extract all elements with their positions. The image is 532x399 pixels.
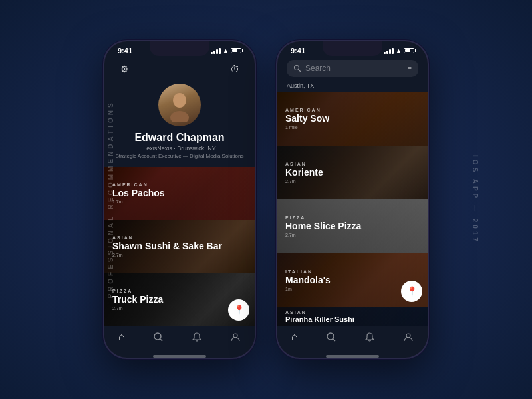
side-text-left: PROFESSIONAL RECOMMENDATIONS [107,100,114,298]
search-icon-2 [293,65,301,72]
card2-3-cuisine: ITALIAN [285,269,420,274]
phone-2-restaurant-list: AMERICAN Salty Sow 1 mile ASIAN Koriente… [277,92,428,326]
card2-2-cuisine: PIZZA [285,215,420,220]
restaurant-card-0[interactable]: AMERICAN Los Pachos 1.7m [104,167,255,220]
location-fab-2[interactable]: 📍 [401,281,422,302]
card2-3-distance: 1m [285,287,420,291]
signal-icon [211,48,221,54]
nav-home-2[interactable]: ⌂ [291,331,298,343]
profile-section: Edward Chapman LexisNexis · Brunswick, N… [104,84,255,167]
svg-point-9 [406,334,410,338]
svg-point-2 [154,333,161,340]
phone-2-time: 9:41 [291,47,305,55]
svg-point-1 [170,111,189,122]
side-text-right: IOS APP — 2017 [472,155,479,244]
nav-profile-2[interactable] [403,332,414,342]
phone-2-bottom-nav: ⌂ [277,326,428,351]
phone-2-header: Search ≡ [277,57,428,81]
phone-2: 9:41 ▲ [276,40,429,359]
phone-1-header: ⚙ ⏱ [104,57,255,84]
history-button[interactable]: ⏱ [225,60,244,78]
nav-home-1[interactable]: ⌂ [118,331,125,343]
phone-1-restaurant-list: AMERICAN Los Pachos 1.7m ASIAN Shawn Sus… [104,167,255,326]
restaurant-card2-3[interactable]: ITALIAN Mandola's 1m 📍 [277,253,428,307]
nav-profile-1[interactable] [230,332,241,342]
phones-container: 9:41 ▲ ⚙ [103,40,429,359]
settings-button[interactable]: ⚙ [115,60,134,78]
phone-1-status-icons: ▲ [211,47,241,54]
phone-1-notch [150,41,209,56]
phone-1-screen: 9:41 ▲ ⚙ [104,41,255,358]
phone-2-status-icons: ▲ [384,47,414,54]
battery-icon-2 [404,48,414,53]
card2-4-name: Piranha Killer Sushi [285,315,420,323]
location-fab-1[interactable]: 📍 [228,299,249,321]
card-0-distance: 1.7m [112,200,247,204]
card-2-name: Truck Pizza [112,294,247,305]
card2-0-cuisine: AMERICAN [285,108,420,112]
profile-title: Strategic Account Executive — Digital Me… [116,153,244,159]
avatar-image [166,88,193,122]
phone-2-notch [323,41,382,56]
home-indicator-2 [326,355,379,358]
svg-line-3 [160,339,162,341]
home-indicator-1 [153,355,206,358]
restaurant-card-1[interactable]: ASIAN Shawn Sushi & Sake Bar 2.7m [104,220,255,273]
signal-icon-2 [384,48,394,54]
search-placeholder: Search [305,64,404,73]
wifi-icon: ▲ [223,47,229,54]
restaurant-card2-0[interactable]: AMERICAN Salty Sow 1 mile [277,92,428,146]
card-1-distance: 2.7m [112,253,247,257]
phone-1-bottom-nav: ⌂ [104,326,255,351]
card-2-cuisine: PIZZA [112,289,247,293]
card-1-name: Shawn Sushi & Sake Bar [112,241,247,251]
bell-icon-1 [192,332,202,342]
restaurant-card2-4[interactable]: ASIAN Piranha Killer Sushi [277,307,428,326]
profile-meta: LexisNexis · Brunswick, NY [143,145,216,152]
card2-3-name: Mandola's [285,275,420,285]
location-label: Austin, TX [277,81,428,92]
card2-0-name: Salty Sow [285,113,420,124]
card-0-cuisine: AMERICAN [112,182,247,187]
card2-2-name: Home Slice Pizza [285,221,420,231]
card2-1-cuisine: ASIAN [285,162,420,166]
restaurant-card2-1[interactable]: ASIAN Koriente 2.7m [277,146,428,200]
card-0-name: Los Pachos [112,188,247,198]
svg-point-5 [295,66,299,70]
person-icon-1 [230,332,241,342]
card2-4-cuisine: ASIAN [285,310,420,315]
nav-notifications-2[interactable] [364,332,375,342]
svg-point-0 [173,93,186,108]
svg-line-8 [333,339,335,341]
card2-1-distance: 2.7m [285,179,420,184]
bell-icon-2 [364,332,375,342]
search-bar[interactable]: Search ≡ [287,60,418,77]
nav-search-2[interactable] [326,332,336,342]
card-2-distance: 2.7m [112,306,247,311]
phone-1-time: 9:41 [118,47,132,55]
battery-icon [231,48,241,53]
search-icon-nav-2 [326,332,336,342]
restaurant-card2-2[interactable]: PIZZA Home Slice Pizza 2.7m [277,200,428,253]
card2-0-distance: 1 mile [285,125,420,130]
phone-1: 9:41 ▲ ⚙ [103,40,256,359]
wifi-icon-2: ▲ [396,47,402,54]
card2-1-name: Koriente [285,167,420,178]
nav-search-1[interactable] [153,332,164,342]
profile-name: Edward Chapman [134,132,224,144]
card-1-cuisine: ASIAN [112,235,247,240]
svg-line-6 [299,70,301,72]
svg-point-4 [233,334,237,338]
svg-point-7 [327,333,334,340]
phone-2-screen: 9:41 ▲ [277,41,428,358]
filter-icon[interactable]: ≡ [408,65,412,72]
card2-2-distance: 2.7m [285,233,420,237]
person-icon-2 [403,332,414,342]
nav-notifications-1[interactable] [192,332,202,342]
restaurant-card-2[interactable]: PIZZA Truck Pizza 2.7m 📍 [104,273,255,326]
search-icon-1 [153,332,164,342]
avatar [158,84,201,126]
